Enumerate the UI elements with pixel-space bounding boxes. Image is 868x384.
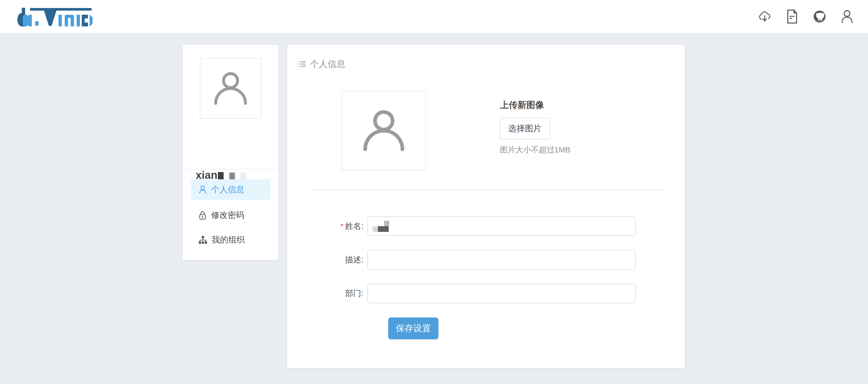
docs-link[interactable] (786, 9, 799, 24)
sidebar-item-change-password[interactable]: 修改密码 (191, 205, 270, 226)
name-value-redacted (373, 220, 390, 232)
sidebar-item-label: 修改密码 (211, 210, 244, 221)
sidebar-item-personal-info[interactable]: 个人信息 (191, 179, 270, 200)
github-icon (813, 10, 826, 23)
redacted-block (373, 227, 378, 232)
profile-sidebar-card: xian 个人信息 修改密码 (183, 45, 278, 260)
cloud-download-icon (758, 10, 771, 23)
top-header (0, 0, 868, 34)
description-input[interactable] (368, 250, 636, 269)
required-mark: * (341, 222, 344, 230)
page-title: 个人信息 (310, 58, 345, 70)
lock-icon (199, 211, 207, 220)
upload-heading: 上传新图像 (500, 99, 544, 111)
department-field-row: 部门: (308, 284, 636, 303)
avatar-placeholder-icon (358, 105, 410, 157)
redacted-block (218, 172, 224, 180)
github-link[interactable] (813, 9, 826, 24)
person-icon (199, 185, 207, 194)
save-settings-button[interactable]: 保存设置 (388, 318, 438, 339)
list-icon (298, 60, 306, 68)
sidebar-item-label: 我的组织 (212, 234, 245, 246)
sidebar-avatar (200, 58, 261, 119)
document-icon (787, 9, 798, 24)
user-icon (841, 9, 853, 24)
name-label: *姓名: (308, 221, 368, 232)
header-icon-bar (758, 0, 854, 33)
section-title-row: 个人信息 (298, 58, 345, 70)
account-link[interactable] (841, 9, 854, 24)
redacted-block (229, 172, 235, 179)
username-row: xian (196, 168, 247, 181)
choose-image-button[interactable]: 选择图片 (499, 118, 550, 139)
description-field-row: 描述: (308, 250, 636, 269)
name-input[interactable] (368, 216, 636, 236)
department-input[interactable] (368, 284, 636, 303)
upload-avatar-preview[interactable] (342, 91, 426, 170)
redacted-block (240, 172, 246, 179)
redacted-block (378, 226, 389, 232)
avatar-placeholder-icon (210, 68, 251, 109)
description-label: 描述: (308, 254, 368, 265)
download-link[interactable] (758, 9, 771, 24)
davinci-logo-graphic (15, 5, 93, 27)
form-divider (308, 190, 664, 190)
name-field-row: *姓名: (308, 216, 636, 236)
organization-icon (199, 236, 207, 244)
department-label: 部门: (308, 288, 368, 299)
davinci-logo[interactable] (15, 5, 93, 27)
sidebar-item-label: 个人信息 (211, 184, 244, 195)
redacted-block (384, 221, 389, 226)
sidebar-divider (183, 169, 278, 169)
sidebar-item-my-organization[interactable]: 我的组织 (191, 229, 270, 250)
upload-size-note: 图片大小不超过1MB (500, 145, 570, 155)
personal-info-panel: 个人信息 上传新图像 选择图片 图片大小不超过1MB *姓名: 描述: 部门: … (287, 45, 685, 368)
